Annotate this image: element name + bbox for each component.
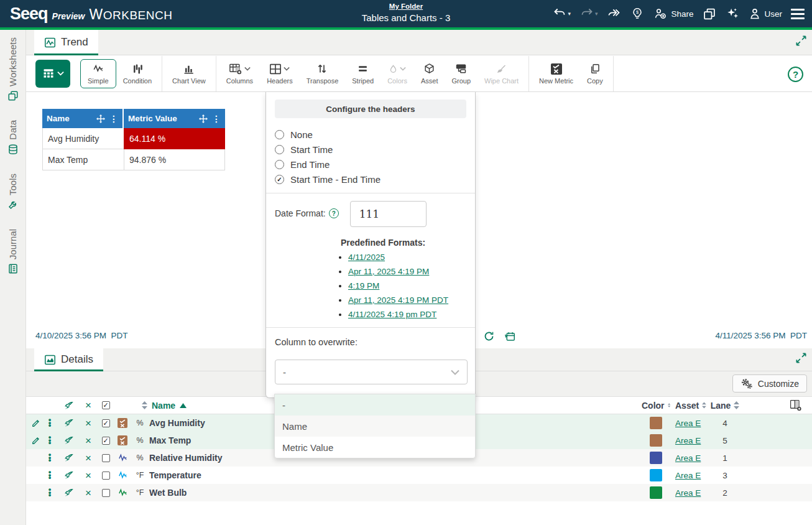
tab-trend[interactable]: Trend	[34, 30, 98, 55]
forward-button[interactable]	[605, 6, 624, 22]
row-menu-icon[interactable]: •••	[48, 419, 52, 427]
radio-start-time[interactable]: Start Time	[275, 144, 466, 155]
sidebar-item-tools[interactable]: Tools	[7, 174, 19, 210]
format-link[interactable]: 4:19 PM	[348, 281, 379, 290]
duration-step-button[interactable]	[504, 331, 516, 342]
column-menu-icon[interactable]: ⋮	[109, 116, 118, 122]
radio-none[interactable]: None	[275, 129, 466, 140]
row-checkbox[interactable]	[102, 472, 110, 480]
column-header-name[interactable]: Name ⋮	[42, 109, 124, 128]
option-dash[interactable]: -	[275, 394, 475, 416]
help-tooltip-icon[interactable]: ?	[329, 208, 339, 218]
radio-icon[interactable]	[275, 130, 284, 139]
send-button[interactable]	[58, 435, 80, 445]
lane-column-header[interactable]: Lane	[706, 401, 744, 411]
details-row[interactable]: ••• × °F Temperature Area E 3	[26, 467, 812, 484]
toolbar-headers-button[interactable]: Headers	[260, 59, 300, 88]
send-all-button[interactable]	[58, 401, 80, 411]
seeq-logo[interactable]: Seeq Preview WORKBENCH	[10, 4, 172, 24]
auto-update-button[interactable]	[484, 331, 494, 342]
sidebar-item-worksheets[interactable]: Worksheets	[7, 37, 19, 101]
send-button[interactable]	[58, 453, 80, 463]
toolbar-copy-button[interactable]: Copy	[580, 59, 610, 88]
option-name[interactable]: Name	[275, 416, 475, 437]
color-swatch[interactable]	[650, 434, 662, 447]
row-menu-icon[interactable]: •••	[48, 471, 52, 480]
sidebar-item-journal[interactable]: Journal	[7, 229, 19, 274]
asset-link[interactable]: Area E	[670, 471, 701, 480]
asset-link[interactable]: Area E	[670, 453, 701, 463]
row-menu-icon[interactable]: •••	[48, 488, 52, 497]
remove-icon[interactable]: ×	[85, 418, 91, 429]
row-checkbox[interactable]: ✓	[102, 437, 110, 445]
asset-link[interactable]: Area E	[670, 419, 701, 428]
radio-start-end-time[interactable]: ✓ Start Time - End Time	[275, 174, 466, 185]
undo-button[interactable]: ▾	[551, 6, 573, 22]
breadcrumb[interactable]: My Folder	[389, 2, 423, 10]
format-link[interactable]: 4/11/2025 4:19 pm PDT	[348, 310, 436, 319]
row-checkbox[interactable]	[102, 454, 110, 462]
suggestions-button[interactable]: $	[629, 5, 645, 22]
send-button[interactable]	[58, 470, 80, 480]
column-overwrite-select[interactable]: -	[275, 360, 468, 384]
toolbar-chart-view-button[interactable]: Chart View	[165, 59, 213, 88]
toolbar-columns-button[interactable]: Columns	[219, 59, 260, 88]
toolbar-simple-button[interactable]: Simple	[80, 59, 116, 88]
edit-button[interactable]	[31, 419, 41, 427]
remove-icon[interactable]: ×	[85, 435, 91, 446]
remove-icon[interactable]: ×	[85, 470, 91, 481]
color-swatch[interactable]	[650, 486, 662, 499]
asset-link[interactable]: Area E	[670, 436, 701, 445]
color-swatch[interactable]	[650, 469, 662, 481]
remove-icon[interactable]: ×	[85, 488, 91, 498]
trend-expand-button[interactable]	[795, 35, 807, 47]
sidebar-item-data[interactable]: Data	[7, 120, 19, 155]
row-checkbox[interactable]	[102, 489, 110, 497]
row-checkbox[interactable]: ✓	[102, 419, 110, 427]
range-end-timestamp[interactable]: 4/11/2025 3:56 PM PDT	[715, 331, 807, 340]
radio-icon[interactable]	[275, 145, 284, 154]
color-swatch[interactable]	[650, 417, 662, 429]
details-row[interactable]: ••• × °F Wet Bulb Area E 2	[26, 484, 812, 501]
toolbar-group-button[interactable]: Group	[445, 59, 478, 88]
option-metric-value[interactable]: Metric Value	[275, 437, 475, 458]
format-link[interactable]: 4/11/2025	[348, 253, 385, 262]
color-swatch[interactable]	[650, 452, 662, 464]
select-all-checkbox[interactable]: ✓	[102, 401, 110, 409]
asset-column-header[interactable]: Asset	[670, 401, 706, 411]
radio-end-time[interactable]: End Time	[275, 159, 466, 170]
row-menu-icon[interactable]: •••	[48, 436, 52, 445]
worksheets-panel-button[interactable]	[701, 6, 718, 22]
toolbar-condition-button[interactable]: Condition	[116, 59, 159, 88]
user-menu-button[interactable]: User	[747, 6, 784, 22]
format-link[interactable]: Apr 11, 2025 4:19 PM PDT	[348, 295, 448, 305]
color-column-header[interactable]: Color	[642, 401, 670, 411]
toolbar-transpose-button[interactable]: Transpose	[300, 59, 346, 88]
share-button[interactable]: Share	[651, 6, 695, 22]
format-link[interactable]: Apr 11, 2025 4:19 PM	[348, 267, 429, 276]
move-icon[interactable]	[96, 114, 105, 123]
send-button[interactable]	[58, 418, 80, 428]
details-expand-button[interactable]	[795, 352, 807, 364]
send-button[interactable]	[58, 488, 80, 498]
radio-checked-icon[interactable]: ✓	[275, 175, 284, 184]
remove-icon[interactable]: ×	[85, 453, 91, 463]
help-button[interactable]: ?	[788, 67, 803, 82]
range-start-timestamp[interactable]: 4/10/2025 3:56 PM PDT	[35, 331, 128, 340]
move-icon[interactable]	[199, 114, 208, 123]
tab-details[interactable]: Details	[34, 348, 103, 371]
hamburger-menu-button[interactable]	[790, 6, 806, 22]
column-menu-icon[interactable]: ⋮	[212, 116, 221, 122]
add-column-button[interactable]	[789, 399, 812, 411]
date-format-input[interactable]	[350, 201, 427, 227]
ai-assistant-button[interactable]	[724, 5, 741, 22]
radio-icon[interactable]	[275, 160, 284, 169]
edit-button[interactable]	[31, 436, 41, 445]
asset-link[interactable]: Area E	[670, 488, 701, 498]
customize-button[interactable]: Customize	[732, 374, 807, 393]
row-menu-icon[interactable]: •••	[48, 453, 52, 462]
toolbar-striped-button[interactable]: Striped	[345, 59, 381, 88]
toolbar-asset-button[interactable]: Asset	[414, 59, 445, 88]
toolbar-new-metric-button[interactable]: New Metric	[532, 59, 580, 88]
remove-all-icon[interactable]: ×	[85, 400, 91, 411]
